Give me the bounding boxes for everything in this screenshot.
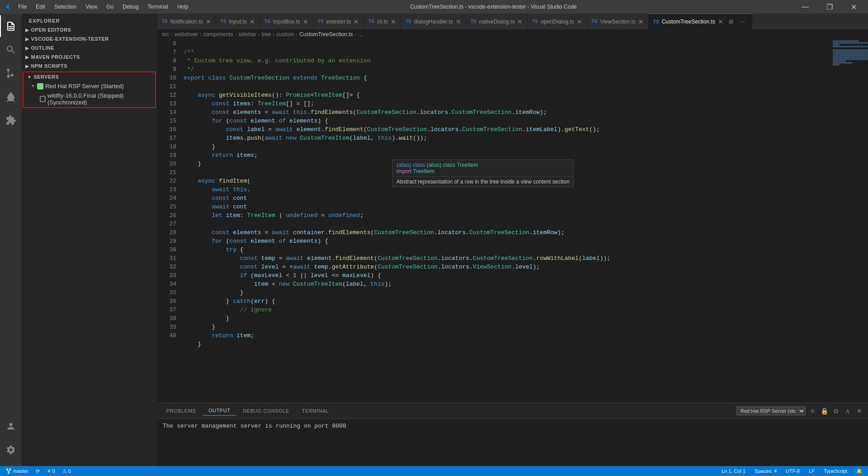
tab-extester[interactable]: TS extester.ts ✕: [313, 14, 364, 29]
breadcrumb-sep-1: ›: [171, 31, 173, 38]
sidebar-header: Explorer: [22, 14, 157, 25]
tab-extester-close[interactable]: ✕: [354, 19, 359, 25]
menu-view[interactable]: View: [82, 3, 101, 11]
menu-help[interactable]: Help: [174, 3, 192, 11]
tab-customtreesection-label: CustomTreeSection.ts: [662, 19, 715, 25]
panel-tab-output[interactable]: OUTPUT: [203, 406, 236, 416]
error-icon: ✕: [47, 468, 51, 474]
server-expand-chevron: ▼: [31, 84, 35, 89]
open-editors-section: ▶ OPEN EDITORS: [22, 25, 157, 34]
servers-section: ▼ SERVERS ▼ Red Hat RSP Server (Started)…: [23, 71, 156, 108]
breadcrumb-file[interactable]: CustomTreeSection.ts: [299, 31, 353, 38]
more-actions-button[interactable]: ⋯: [737, 17, 747, 27]
menu-bar: File Edit Selection View Go Debug Termin…: [14, 3, 192, 11]
open-editors-chevron: ▶: [25, 28, 29, 33]
tab-viewsection[interactable]: TS ViewSection.ts ✕: [587, 14, 649, 29]
breadcrumb-components[interactable]: components: [203, 31, 233, 38]
panel-close-button[interactable]: ✕: [854, 406, 864, 416]
status-encoding[interactable]: UTF-8: [784, 468, 802, 474]
panel-filter-button[interactable]: ≡: [807, 406, 817, 416]
tab-input[interactable]: TS Input.ts ✕: [216, 14, 260, 29]
tab-inputbox-label: InputBox.ts: [273, 19, 300, 25]
activity-source-control[interactable]: [0, 62, 22, 84]
tab-inputbox[interactable]: TS InputBox.ts ✕: [260, 14, 313, 29]
status-spaces[interactable]: Spaces: 4: [753, 468, 778, 474]
tab-inputbox-close[interactable]: ✕: [303, 19, 308, 25]
error-count: 0: [52, 468, 55, 474]
tab-dialoghandler[interactable]: TS dialogHandler.ts ✕: [401, 14, 466, 29]
status-language[interactable]: TypeScript: [822, 468, 849, 474]
activity-settings[interactable]: [0, 439, 22, 461]
menu-edit[interactable]: Edit: [32, 3, 49, 11]
app-icon: [4, 3, 11, 10]
npm-header[interactable]: ▶ NPM SCRIPTS: [22, 61, 157, 71]
tab-cli[interactable]: TS cli.ts ✕: [364, 14, 401, 29]
tab-customtreesection-close[interactable]: ✕: [718, 19, 723, 25]
status-errors[interactable]: ✕ 0: [45, 468, 57, 474]
panel-tab-debug-console[interactable]: DEBUG CONSOLE: [237, 406, 294, 415]
tab-nativedialog-label: nativeDialog.ts: [479, 19, 515, 25]
panel-lock-button[interactable]: 🔒: [819, 406, 829, 416]
maximize-button[interactable]: ❐: [819, 0, 840, 14]
breadcrumb-sidebar[interactable]: sidebar: [238, 31, 256, 38]
settings-icon: [6, 445, 16, 455]
tab-opendialog[interactable]: TS openDialog.ts ✕: [528, 14, 587, 29]
tab-ts-icon: TS: [318, 19, 324, 24]
menu-file[interactable]: File: [14, 3, 30, 11]
tab-dialoghandler-close[interactable]: ✕: [456, 19, 461, 25]
line-ending-text: LF: [809, 468, 815, 474]
tab-nativedialog[interactable]: TS nativeDialog.ts ✕: [466, 14, 528, 29]
maven-label: MAVEN PROJECTS: [31, 54, 80, 60]
tab-cli-close[interactable]: ✕: [391, 19, 396, 25]
code-content[interactable]: /** * Custom tree view, e.g. contributed…: [180, 39, 832, 403]
vscode-tester-header[interactable]: ▶ VSCODE-EXTENSION-TESTER: [22, 34, 157, 43]
breadcrumb-webdriver[interactable]: webdriver: [175, 31, 198, 38]
tab-viewsection-close[interactable]: ✕: [638, 19, 644, 25]
panel-tab-terminal[interactable]: TERMINAL: [297, 406, 335, 415]
status-git-branch[interactable]: master: [4, 468, 30, 474]
tab-ts-icon: TS: [653, 19, 659, 24]
autocomplete-description: Abstract representation of a row in the …: [393, 176, 573, 187]
tab-input-close[interactable]: ✕: [250, 19, 255, 25]
split-editor-button[interactable]: ⊞: [726, 17, 736, 27]
servers-header[interactable]: ▼ SERVERS: [24, 72, 155, 81]
server-wildfly-item[interactable]: wildfly-16.0.0.Final (Stopped) (Synchron…: [24, 91, 155, 107]
menu-terminal[interactable]: Terminal: [144, 3, 172, 11]
status-sync[interactable]: ⟳: [34, 468, 42, 474]
menu-debug[interactable]: Debug: [119, 3, 142, 11]
activity-account[interactable]: [0, 415, 22, 437]
panel-collapse-button[interactable]: ∧: [843, 406, 853, 416]
minimap: ████████████████████████████████ ███████…: [832, 39, 868, 403]
close-button[interactable]: ✕: [844, 0, 864, 14]
status-ln-col[interactable]: Ln 1, Col 1: [720, 468, 747, 474]
activity-extensions[interactable]: [0, 109, 22, 131]
panel-tab-problems[interactable]: PROBLEMS: [161, 406, 201, 415]
activity-explorer[interactable]: [0, 15, 22, 37]
tab-viewsection-label: ViewSection.ts: [600, 19, 636, 25]
activity-search[interactable]: [0, 39, 22, 61]
status-line-ending[interactable]: LF: [807, 468, 816, 474]
tab-notification[interactable]: TS Notification.ts ✕: [157, 14, 216, 29]
server-output-selector[interactable]: Red Hat RSP Server (stc: [736, 406, 806, 415]
panel-copy-button[interactable]: ⧉: [831, 406, 841, 416]
open-editors-header[interactable]: ▶ OPEN EDITORS: [22, 25, 157, 34]
outline-header[interactable]: ▶ OUTLINE: [22, 43, 157, 52]
breadcrumb-src[interactable]: src: [162, 31, 169, 38]
tab-ts-icon: TS: [592, 19, 598, 24]
tab-notification-close[interactable]: ✕: [206, 19, 211, 25]
menu-selection[interactable]: Selection: [51, 3, 80, 11]
server-rsp-item[interactable]: ▼ Red Hat RSP Server (Started): [24, 81, 155, 91]
menu-go[interactable]: Go: [103, 3, 117, 11]
tab-opendialog-close[interactable]: ✕: [577, 19, 582, 25]
breadcrumb-custom[interactable]: custom: [276, 31, 294, 38]
minimize-button[interactable]: —: [795, 0, 816, 14]
maven-header[interactable]: ▶ MAVEN PROJECTS: [22, 52, 157, 61]
status-notifications[interactable]: 🔔: [854, 468, 864, 474]
activity-debug[interactable]: [0, 86, 22, 108]
tab-customtreesection[interactable]: TS CustomTreeSection.ts ✕ ⊞ ⋯: [649, 14, 752, 29]
breadcrumb-dots[interactable]: ...: [358, 31, 363, 38]
tab-ts-icon: TS: [162, 19, 168, 24]
tab-nativedialog-close[interactable]: ✕: [517, 19, 523, 25]
breadcrumb-tree[interactable]: tree: [262, 31, 271, 38]
status-warnings[interactable]: ⚠ 0: [61, 468, 73, 474]
